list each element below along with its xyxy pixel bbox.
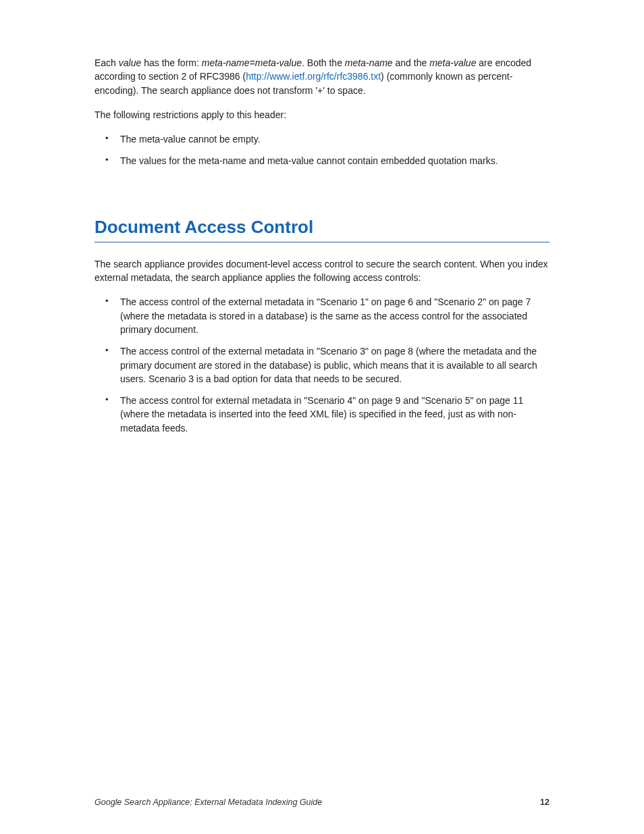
italic-value: value	[119, 57, 141, 68]
text: Each	[95, 57, 119, 68]
intro-paragraph-1: Each value has the form: meta-name=meta-…	[95, 56, 549, 97]
rfc-link[interactable]: http://www.ietf.org/rfc/rfc3986.txt	[246, 71, 381, 82]
italic-meta-name: meta-name	[345, 57, 393, 68]
text: . Both the	[302, 57, 345, 68]
page-footer: Google Search Appliance: External Metada…	[95, 798, 549, 807]
list-item: The access control for external metadata…	[109, 394, 549, 435]
spacer	[95, 179, 549, 217]
list-item: The access control of the external metad…	[109, 344, 549, 386]
access-control-list: The access control of the external metad…	[95, 295, 549, 435]
text: has the form:	[141, 57, 201, 68]
restrictions-list: The meta-value cannot be empty. The valu…	[95, 132, 549, 168]
footer-page-number: 12	[540, 798, 549, 807]
section-heading: Document Access Control	[95, 217, 549, 242]
list-item: The access control of the external metad…	[109, 295, 549, 336]
italic-form: meta-name=meta-value	[202, 57, 302, 68]
page-content: Each value has the form: meta-name=meta-…	[0, 0, 644, 435]
footer-title: Google Search Appliance: External Metada…	[95, 798, 322, 807]
section-intro: The search appliance provides document-l…	[95, 257, 549, 285]
intro-paragraph-2: The following restrictions apply to this…	[95, 108, 549, 122]
list-item: The values for the meta-name and meta-va…	[109, 154, 549, 167]
list-item: The meta-value cannot be empty.	[109, 132, 549, 146]
italic-meta-value: meta-value	[429, 57, 476, 68]
text: and the	[393, 57, 430, 68]
